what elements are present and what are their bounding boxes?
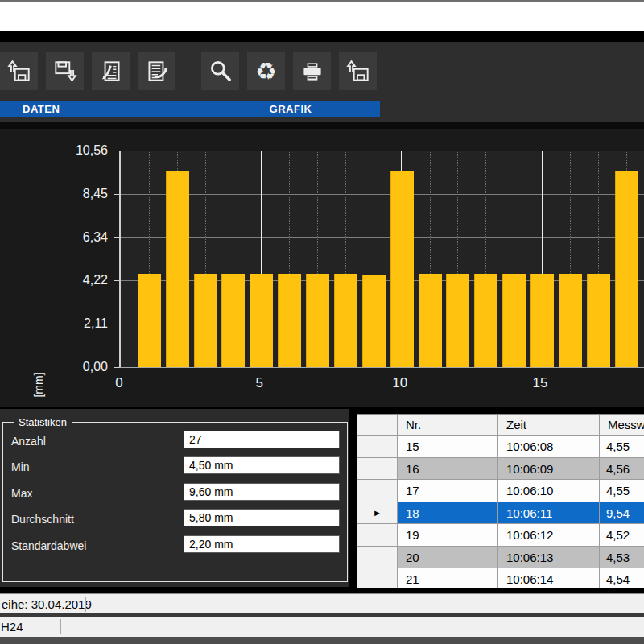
table-row[interactable]: ►1810:06:119,54 — [357, 502, 644, 525]
y-tick-label: 2,11 — [84, 316, 108, 332]
table-header: Nr.ZeitMesswe — [357, 415, 644, 436]
statusbar-device: H24 — [0, 617, 644, 637]
zoom-button[interactable] — [201, 52, 239, 90]
export-document-button[interactable] — [138, 52, 175, 90]
print-icon — [299, 58, 326, 85]
column-header-zeit[interactable]: Zeit — [498, 415, 600, 436]
statusbar-separator — [60, 619, 61, 634]
toolbar: ♻ DATEN GRAFIK — [0, 42, 644, 122]
table-cell: 9,54 — [600, 502, 644, 525]
import-document-button[interactable] — [92, 52, 130, 90]
chart-bar — [587, 274, 610, 367]
row-selector-cell[interactable] — [357, 480, 398, 502]
toolbar-group-label-daten: DATEN — [0, 101, 201, 117]
table-cell: 16 — [398, 458, 498, 481]
window-bottom-strip — [0, 637, 644, 644]
chart-bar — [362, 275, 386, 367]
table-row[interactable]: 1510:06:084,55 — [357, 436, 644, 458]
statistics-legend: Statistiken — [14, 416, 72, 428]
table-row[interactable]: 2110:06:144,54 — [357, 568, 644, 590]
table-cell: 4,56 — [600, 458, 644, 481]
max-label: Max — [11, 485, 32, 502]
save-data-button[interactable] — [46, 52, 84, 90]
y-tick-mark — [114, 324, 119, 324]
table-cell: 21 — [398, 568, 498, 590]
save-graphic-button[interactable] — [339, 52, 377, 90]
row-header-column — [357, 415, 398, 436]
y-tick-label: 0,00 — [83, 359, 108, 375]
table-row[interactable]: 1610:06:094,56 — [357, 458, 644, 481]
y-tick-mark — [114, 237, 119, 238]
x-tick-label: 15 — [533, 375, 548, 391]
chart-bar — [278, 274, 301, 367]
column-header-nr[interactable]: Nr. — [398, 415, 498, 436]
chart-region: [mm] 0,002,114,226,348,4510,56 051015 — [0, 129, 644, 407]
anzahl-label: Anzahl — [11, 433, 46, 449]
y-axis-unit-label: [mm] — [16, 362, 61, 407]
window-titlebar[interactable] — [0, 2, 644, 31]
measurement-table: Nr.ZeitMesswe 1510:06:084,551610:06:094,… — [357, 414, 644, 590]
import-document-icon — [97, 58, 125, 85]
print-button[interactable] — [293, 52, 331, 90]
standardabwei-field[interactable] — [184, 535, 340, 553]
table-cell: 10:06:10 — [498, 480, 600, 502]
y-gridline — [121, 194, 644, 195]
plot-area — [119, 151, 644, 368]
table-cell: 4,55 — [600, 436, 644, 458]
table-cell: 4,52 — [600, 524, 644, 547]
table-cell: 10:06:12 — [498, 524, 600, 547]
row-selector-cell[interactable] — [357, 547, 398, 569]
table-cell: 18 — [398, 502, 498, 525]
chart-bar — [446, 274, 469, 367]
table-cell: 10:06:13 — [498, 547, 600, 569]
x-tick-label: 5 — [256, 375, 263, 391]
table-cell: 19 — [398, 524, 498, 547]
zoom-magnifier-icon — [207, 58, 234, 85]
lower-region: Statistiken Anzahl Min Max Durchschnitt … — [0, 407, 644, 593]
chart-bar — [559, 274, 582, 367]
table-cell: 4,55 — [600, 480, 644, 502]
table-row[interactable]: 2010:06:134,53 — [357, 547, 644, 569]
table-row[interactable]: 1910:06:124,52 — [357, 524, 644, 547]
durchschnitt-field[interactable] — [184, 509, 340, 526]
chart-bar — [530, 274, 554, 367]
chart-bar — [221, 274, 245, 367]
row-selector-cell[interactable] — [357, 524, 398, 547]
y-tick-label: 10,56 — [76, 142, 108, 159]
chart-bar — [502, 274, 526, 367]
table-row[interactable]: 1710:06:104,55 — [357, 480, 644, 502]
load-data-floppy-up-icon — [6, 58, 33, 85]
chart-bar — [138, 274, 161, 367]
table-cell: 17 — [398, 480, 498, 502]
row-selector-cell[interactable] — [357, 568, 398, 590]
statusbar-separator — [85, 597, 86, 612]
export-document-icon — [143, 58, 171, 85]
reset-button[interactable]: ♻ — [247, 52, 285, 90]
y-tick-label: 8,45 — [83, 186, 108, 202]
x-tick-label: 0 — [115, 375, 122, 391]
min-label: Min — [11, 459, 30, 475]
save-graphic-floppy-up-icon — [345, 58, 372, 85]
statistics-panel: Statistiken Anzahl Min Max Durchschnitt … — [0, 409, 349, 587]
column-header-messwe[interactable]: Messwe — [600, 415, 644, 436]
y-axis: 0,002,114,226,348,4510,56 — [0, 151, 113, 367]
y-tick-mark — [114, 280, 119, 281]
anzahl-field[interactable] — [184, 431, 340, 448]
table-cell: 4,54 — [600, 568, 644, 590]
chart-bar — [250, 274, 273, 367]
y-gridline — [121, 151, 644, 151]
statusbar-series-text: eihe: 30.04.2019 — [2, 594, 92, 614]
chart-bar — [166, 171, 189, 367]
statistics-groupbox: Statistiken Anzahl Min Max Durchschnitt … — [2, 422, 348, 582]
save-data-floppy-down-icon — [52, 58, 79, 85]
y-tick-label: 6,34 — [83, 229, 108, 246]
row-selector-cell[interactable] — [357, 458, 398, 481]
min-field[interactable] — [184, 456, 340, 474]
table-cell: 10:06:11 — [498, 502, 600, 525]
load-data-button[interactable] — [0, 52, 38, 90]
row-selector-cell[interactable] — [357, 436, 398, 458]
chart-bar — [615, 171, 638, 367]
y-tick-mark — [114, 151, 119, 151]
max-field[interactable] — [184, 483, 340, 501]
selected-row-arrow[interactable]: ► — [357, 502, 398, 525]
